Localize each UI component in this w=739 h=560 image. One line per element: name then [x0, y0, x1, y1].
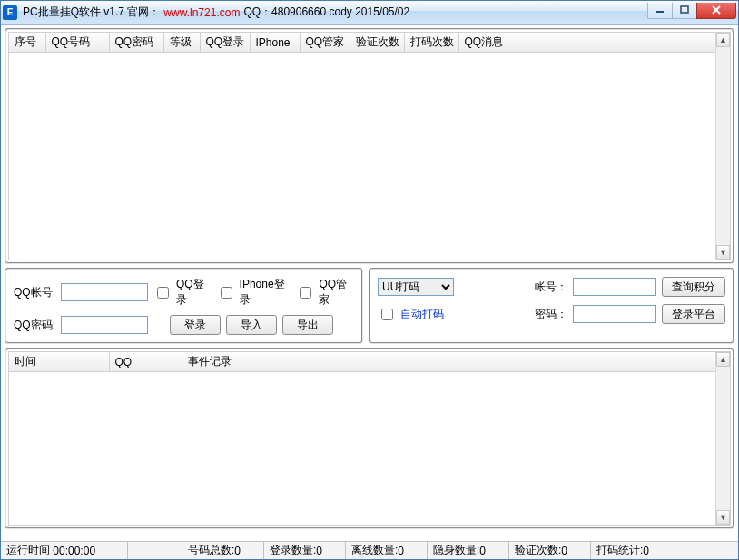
status-invisible-count: 隐身数量:0 — [428, 542, 509, 559]
login-panel: QQ帐号: QQ登录 IPhone登录 QQ管家 QQ密码: 登录 导入 导出 — [5, 268, 363, 344]
platform-password-label: 密码： — [535, 307, 567, 322]
scroll-down-icon[interactable]: ▼ — [716, 510, 730, 525]
qq-login-checkbox[interactable] — [157, 287, 169, 299]
qq-account-input[interactable] — [61, 283, 148, 301]
app-icon: E — [3, 5, 17, 20]
platform-account-input[interactable] — [573, 278, 656, 296]
status-gap — [128, 542, 182, 559]
status-total: 号码总数:0 — [182, 542, 264, 559]
col-iphone[interactable]: IPhone — [250, 33, 300, 53]
platform-password-input[interactable] — [573, 305, 656, 323]
accounts-list-panel: 序号 QQ号码 QQ密码 等级 QQ登录 IPhone QQ管家 验证次数 打码… — [5, 28, 734, 264]
auto-code-checkbox-wrap[interactable]: 自动打码 — [378, 307, 444, 322]
scroll-up-icon[interactable]: ▲ — [716, 352, 730, 367]
status-offline-count: 离线数量:0 — [346, 542, 428, 559]
minimize-button[interactable] — [647, 3, 673, 19]
login-button[interactable]: 登录 — [170, 315, 221, 335]
qq-login-checkbox-wrap[interactable]: QQ登录 — [153, 277, 212, 308]
login-platform-button[interactable]: 登录平台 — [662, 304, 725, 324]
maximize-button[interactable] — [672, 3, 697, 19]
log-col-qq[interactable]: QQ — [109, 352, 182, 372]
platform-panel: UU打码 帐号： 查询积分 自动打码 密码： 登录平台 — [369, 268, 734, 344]
window-title-rest: QQ：480906660 cody 2015/05/02 — [243, 5, 409, 20]
window-title-prefix: PC批量挂Q软件 v1.7 官网： — [23, 5, 160, 20]
client-area: 序号 QQ号码 QQ密码 等级 QQ登录 IPhone QQ管家 验证次数 打码… — [1, 25, 738, 541]
status-login-count: 登录数量:0 — [264, 542, 346, 559]
qq-password-label: QQ密码: — [14, 318, 55, 333]
log-panel: 时间 QQ 事件记录 ▲ ▼ — [5, 348, 734, 529]
platform-account-label: 帐号： — [535, 280, 567, 295]
col-index[interactable]: 序号 — [9, 33, 45, 53]
auto-code-checkbox[interactable] — [381, 309, 393, 320]
scroll-down-icon[interactable]: ▼ — [716, 245, 730, 260]
col-verify-count[interactable]: 验证次数 — [350, 33, 404, 53]
qq-password-input[interactable] — [61, 316, 148, 334]
manager-checkbox-label: QQ管家 — [319, 277, 354, 308]
iphone-checkbox-wrap[interactable]: IPhone登录 — [217, 277, 291, 308]
col-code-count[interactable]: 打码次数 — [404, 33, 458, 53]
main-window: E PC批量挂Q软件 v1.7 官网： www.ln721.com QQ：480… — [0, 0, 739, 560]
accounts-scrollbar[interactable]: ▲ ▼ — [715, 33, 730, 260]
query-points-button[interactable]: 查询积分 — [662, 277, 725, 297]
auto-code-checkbox-label: 自动打码 — [400, 307, 444, 322]
col-qq-login[interactable]: QQ登录 — [200, 33, 250, 53]
manager-checkbox-wrap[interactable]: QQ管家 — [296, 277, 354, 308]
iphone-checkbox[interactable] — [221, 287, 232, 299]
col-qq-number[interactable]: QQ号码 — [45, 33, 109, 53]
export-button[interactable]: 导出 — [282, 315, 333, 335]
log-table[interactable]: 时间 QQ 事件记录 — [9, 352, 730, 372]
status-code-count: 打码统计:0 — [591, 542, 738, 559]
status-verify-count: 验证次数:0 — [509, 542, 591, 559]
statusbar: 运行时间 00:00:00 号码总数:0 登录数量:0 离线数量:0 隐身数量:… — [1, 541, 738, 559]
svg-rect-1 — [681, 6, 688, 13]
col-qq-manager[interactable]: QQ管家 — [300, 33, 350, 53]
log-scrollbar[interactable]: ▲ ▼ — [715, 352, 730, 525]
col-qq-message[interactable]: QQ消息 — [458, 33, 730, 53]
manager-checkbox[interactable] — [300, 287, 311, 299]
iphone-checkbox-label: IPhone登录 — [240, 277, 291, 308]
close-button[interactable] — [696, 3, 736, 19]
status-runtime: 运行时间 00:00:00 — [1, 542, 128, 559]
titlebar[interactable]: E PC批量挂Q软件 v1.7 官网： www.ln721.com QQ：480… — [1, 1, 738, 25]
captcha-provider-select[interactable]: UU打码 — [378, 278, 454, 296]
qq-account-label: QQ帐号: — [14, 285, 55, 300]
qq-login-checkbox-label: QQ登录 — [176, 277, 212, 308]
log-col-event[interactable]: 事件记录 — [182, 352, 730, 372]
accounts-table[interactable]: 序号 QQ号码 QQ密码 等级 QQ登录 IPhone QQ管家 验证次数 打码… — [9, 33, 730, 53]
col-qq-password[interactable]: QQ密码 — [109, 33, 163, 53]
scroll-up-icon[interactable]: ▲ — [716, 33, 730, 47]
window-title-site: www.ln721.com — [163, 6, 240, 19]
log-col-time[interactable]: 时间 — [9, 352, 109, 372]
import-button[interactable]: 导入 — [226, 315, 277, 335]
col-level[interactable]: 等级 — [163, 33, 200, 53]
